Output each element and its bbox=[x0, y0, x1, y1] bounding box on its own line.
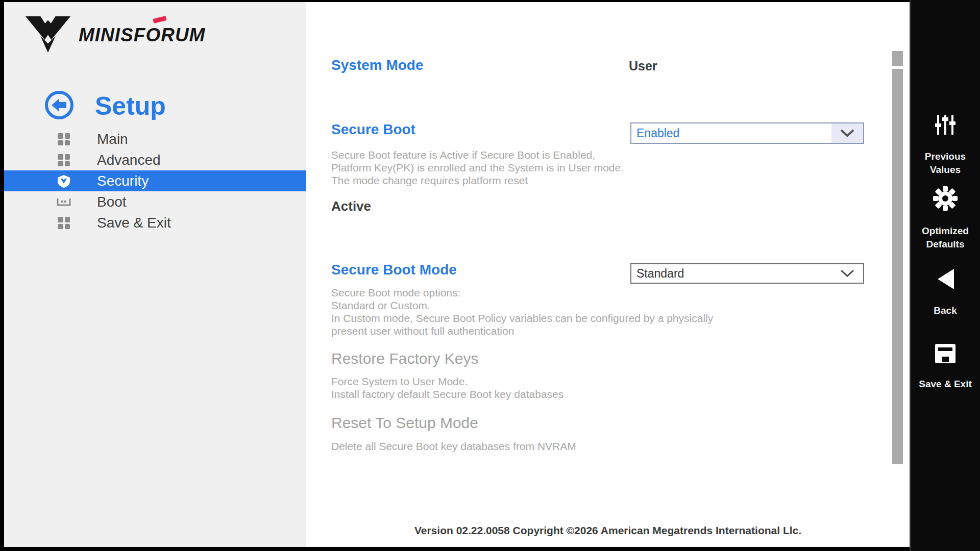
sidebar-item-advanced[interactable]: Advanced bbox=[4, 149, 306, 170]
sidebar-item-label: Main bbox=[97, 131, 128, 147]
secure-boot-state: Active bbox=[331, 198, 371, 214]
sidebar-item-security[interactable]: Security bbox=[4, 170, 306, 191]
sidebar: MINISFORUM Setup Main bbox=[4, 2, 306, 547]
back-circle-icon[interactable] bbox=[44, 90, 75, 122]
optimized-defaults-button[interactable]: Optimized Defaults bbox=[911, 186, 980, 251]
action-bar-label: Back bbox=[917, 304, 973, 317]
secure-boot-mode-label: Secure Boot Mode bbox=[331, 262, 457, 278]
scrollbar-thumb[interactable] bbox=[892, 51, 903, 66]
action-bar-label: Previous Values bbox=[917, 150, 973, 177]
secure-boot-mode-dropdown[interactable]: Standard bbox=[630, 263, 864, 284]
sidebar-item-main[interactable]: Main bbox=[4, 129, 306, 149]
main-panel: System Mode User Secure Boot Enabled Sec… bbox=[306, 2, 910, 547]
secure-boot-label: Secure Boot bbox=[331, 121, 415, 138]
chevron-down-icon bbox=[831, 264, 863, 283]
grid-icon bbox=[56, 132, 71, 147]
secure-boot-mode-dropdown-value: Standard bbox=[631, 264, 831, 283]
grid-icon bbox=[56, 215, 71, 231]
sidebar-item-save-exit[interactable]: Save & Exit bbox=[4, 212, 306, 233]
sidebar-item-label: Save & Exit bbox=[97, 215, 171, 231]
boot-device-icon bbox=[56, 194, 71, 210]
restore-factory-keys-action[interactable]: Restore Factory Keys bbox=[331, 350, 478, 367]
back-triangle-icon bbox=[934, 267, 957, 293]
scrollbar-track[interactable] bbox=[892, 69, 903, 464]
reset-to-setup-mode-help: Delete all Secure Boot key databases fro… bbox=[331, 440, 576, 453]
save-exit-button[interactable]: Save & Exit bbox=[911, 343, 980, 391]
sidebar-item-label: Boot bbox=[97, 194, 127, 210]
version-footer: Version 02.22.0058 Copyright ©2026 Ameri… bbox=[306, 524, 910, 537]
setup-title: Setup bbox=[95, 91, 166, 121]
brand-name: MINISFORUM bbox=[79, 24, 205, 46]
sidebar-menu: Main Advanced Security bbox=[4, 129, 306, 233]
sidebar-item-label: Security bbox=[97, 173, 149, 189]
system-mode-label: System Mode bbox=[331, 57, 424, 73]
secure-boot-mode-help: Secure Boot mode options: Standard or Cu… bbox=[331, 286, 713, 337]
sidebar-item-label: Advanced bbox=[97, 152, 161, 168]
brand-accent-mark bbox=[153, 16, 166, 23]
sidebar-item-boot[interactable]: Boot bbox=[4, 191, 306, 212]
minisforum-logo-icon bbox=[24, 15, 71, 55]
secure-boot-help: Secure Boot feature is Active if Secure … bbox=[331, 148, 624, 187]
system-mode-value: User bbox=[629, 59, 657, 73]
reset-to-setup-mode-action[interactable]: Reset To Setup Mode bbox=[331, 414, 478, 432]
action-bar-label: Save & Exit bbox=[917, 378, 973, 391]
restore-factory-keys-help: Force System to User Mode. Install facto… bbox=[331, 375, 564, 400]
save-floppy-icon bbox=[934, 343, 957, 366]
previous-values-button[interactable]: Previous Values bbox=[911, 113, 980, 177]
secure-boot-dropdown[interactable]: Enabled bbox=[630, 122, 864, 144]
brand-logo: MINISFORUM bbox=[24, 15, 205, 55]
shield-icon bbox=[56, 173, 71, 189]
setup-header: Setup bbox=[44, 90, 166, 122]
gear-icon bbox=[933, 186, 958, 213]
back-button[interactable]: Back bbox=[911, 267, 980, 317]
action-bar-label: Optimized Defaults bbox=[917, 224, 973, 251]
secure-boot-dropdown-value: Enabled bbox=[631, 123, 831, 143]
sliders-icon bbox=[934, 113, 957, 139]
chevron-down-icon bbox=[831, 123, 863, 143]
grid-icon bbox=[56, 153, 71, 168]
bios-setup-screen: MINISFORUM Setup Main bbox=[0, 0, 980, 551]
action-bar: Previous Values bbox=[910, 0, 980, 551]
